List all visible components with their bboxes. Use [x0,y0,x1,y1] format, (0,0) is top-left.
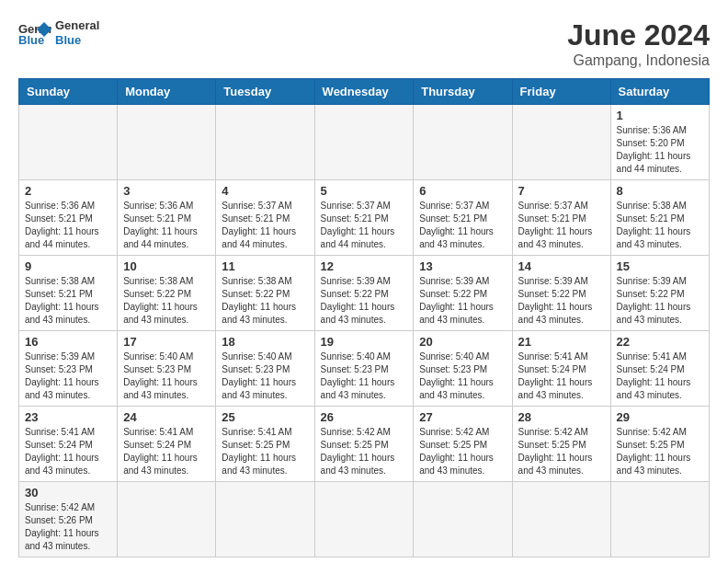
calendar-cell: 6Sunrise: 5:37 AMSunset: 5:21 PMDaylight… [414,180,512,256]
day-number: 26 [321,410,408,424]
calendar-cell: 21Sunrise: 5:41 AMSunset: 5:24 PMDayligh… [512,331,610,407]
day-number: 5 [321,184,408,198]
day-number: 14 [518,259,605,273]
day-info: Sunrise: 5:37 AMSunset: 5:21 PMDaylight:… [419,200,506,251]
week-row-2: 2Sunrise: 5:36 AMSunset: 5:21 PMDaylight… [19,180,710,256]
logo: General Blue General Blue [18,18,99,47]
day-number: 2 [25,184,111,198]
day-number: 19 [321,335,408,349]
calendar-cell [118,482,216,557]
calendar-cell: 18Sunrise: 5:40 AMSunset: 5:23 PMDayligh… [216,331,314,407]
day-number: 24 [123,410,210,424]
logo-blue-text: Blue [55,33,99,48]
weekday-header-thursday: Thursday [414,79,512,105]
calendar-cell: 27Sunrise: 5:42 AMSunset: 5:25 PMDayligh… [414,407,512,482]
day-number: 21 [518,335,605,349]
day-number: 25 [222,410,308,424]
weekday-header-monday: Monday [118,79,216,105]
calendar-cell: 3Sunrise: 5:36 AMSunset: 5:21 PMDaylight… [118,180,216,256]
calendar-cell [512,482,610,557]
calendar-cell [314,482,414,557]
calendar-cell: 10Sunrise: 5:38 AMSunset: 5:22 PMDayligh… [118,256,216,331]
day-info: Sunrise: 5:39 AMSunset: 5:23 PMDaylight:… [25,350,111,402]
day-number: 15 [617,259,703,273]
calendar-cell: 29Sunrise: 5:42 AMSunset: 5:25 PMDayligh… [610,407,709,482]
day-number: 28 [518,410,605,424]
day-info: Sunrise: 5:39 AMSunset: 5:22 PMDaylight:… [419,275,506,327]
day-info: Sunrise: 5:38 AMSunset: 5:22 PMDaylight:… [123,275,210,327]
day-number: 23 [25,410,111,424]
weekday-header-wednesday: Wednesday [314,79,414,105]
day-number: 10 [123,259,210,273]
day-number: 12 [321,259,408,273]
day-info: Sunrise: 5:40 AMSunset: 5:23 PMDaylight:… [123,350,210,402]
calendar-cell [19,105,118,180]
weekday-header-sunday: Sunday [19,79,118,105]
calendar-cell [512,105,610,180]
week-row-6: 30Sunrise: 5:42 AMSunset: 5:26 PMDayligh… [19,482,710,557]
day-number: 9 [25,259,111,273]
calendar-cell: 11Sunrise: 5:38 AMSunset: 5:22 PMDayligh… [216,256,314,331]
day-number: 1 [617,109,703,122]
calendar-cell [610,482,709,557]
day-info: Sunrise: 5:36 AMSunset: 5:21 PMDaylight:… [25,200,111,251]
calendar-cell: 17Sunrise: 5:40 AMSunset: 5:23 PMDayligh… [118,331,216,407]
day-info: Sunrise: 5:41 AMSunset: 5:24 PMDaylight:… [518,350,605,402]
day-info: Sunrise: 5:42 AMSunset: 5:26 PMDaylight:… [25,501,111,553]
day-info: Sunrise: 5:41 AMSunset: 5:24 PMDaylight:… [25,426,111,477]
day-number: 29 [617,410,703,424]
calendar-cell: 26Sunrise: 5:42 AMSunset: 5:25 PMDayligh… [314,407,414,482]
weekday-header-row: SundayMondayTuesdayWednesdayThursdayFrid… [19,79,710,105]
day-number: 8 [617,184,703,198]
day-number: 6 [419,184,506,198]
calendar-cell: 30Sunrise: 5:42 AMSunset: 5:26 PMDayligh… [19,482,118,557]
calendar-cell: 24Sunrise: 5:41 AMSunset: 5:24 PMDayligh… [118,407,216,482]
calendar-cell: 23Sunrise: 5:41 AMSunset: 5:24 PMDayligh… [19,407,118,482]
calendar-table: SundayMondayTuesdayWednesdayThursdayFrid… [18,78,710,557]
calendar-cell [216,105,314,180]
calendar-cell [118,105,216,180]
day-info: Sunrise: 5:41 AMSunset: 5:24 PMDaylight:… [123,426,210,477]
day-info: Sunrise: 5:42 AMSunset: 5:25 PMDaylight:… [518,426,605,477]
day-number: 20 [419,335,506,349]
day-number: 3 [123,184,210,198]
day-number: 7 [518,184,605,198]
day-number: 13 [419,259,506,273]
page-header: General Blue General Blue June 2024 Gamp… [18,18,710,69]
day-info: Sunrise: 5:39 AMSunset: 5:22 PMDaylight:… [617,275,703,327]
calendar-cell: 12Sunrise: 5:39 AMSunset: 5:22 PMDayligh… [314,256,414,331]
week-row-4: 16Sunrise: 5:39 AMSunset: 5:23 PMDayligh… [19,331,710,407]
day-info: Sunrise: 5:41 AMSunset: 5:24 PMDaylight:… [617,350,703,402]
day-info: Sunrise: 5:40 AMSunset: 5:23 PMDaylight:… [321,350,408,402]
day-info: Sunrise: 5:40 AMSunset: 5:23 PMDaylight:… [222,350,308,402]
calendar-cell: 9Sunrise: 5:38 AMSunset: 5:21 PMDaylight… [19,256,118,331]
calendar-cell [314,105,414,180]
calendar-cell [414,482,512,557]
day-number: 18 [222,335,308,349]
day-number: 4 [222,184,308,198]
svg-text:Blue: Blue [18,33,44,46]
day-number: 11 [222,259,308,273]
calendar-cell: 25Sunrise: 5:41 AMSunset: 5:25 PMDayligh… [216,407,314,482]
week-row-1: 1Sunrise: 5:36 AMSunset: 5:20 PMDaylight… [19,105,710,180]
day-info: Sunrise: 5:41 AMSunset: 5:25 PMDaylight:… [222,426,308,477]
day-number: 27 [419,410,506,424]
calendar-cell [414,105,512,180]
calendar-cell: 13Sunrise: 5:39 AMSunset: 5:22 PMDayligh… [414,256,512,331]
calendar-cell: 19Sunrise: 5:40 AMSunset: 5:23 PMDayligh… [314,331,414,407]
location-subtitle: Gampang, Indonesia [567,52,710,69]
day-info: Sunrise: 5:37 AMSunset: 5:21 PMDaylight:… [321,200,408,251]
week-row-5: 23Sunrise: 5:41 AMSunset: 5:24 PMDayligh… [19,407,710,482]
day-info: Sunrise: 5:36 AMSunset: 5:21 PMDaylight:… [123,200,210,251]
day-info: Sunrise: 5:36 AMSunset: 5:20 PMDaylight:… [617,124,703,176]
weekday-header-tuesday: Tuesday [216,79,314,105]
calendar-cell: 7Sunrise: 5:37 AMSunset: 5:21 PMDaylight… [512,180,610,256]
day-info: Sunrise: 5:38 AMSunset: 5:22 PMDaylight:… [222,275,308,327]
month-year-title: June 2024 [567,18,710,52]
calendar-cell: 4Sunrise: 5:37 AMSunset: 5:21 PMDaylight… [216,180,314,256]
day-info: Sunrise: 5:42 AMSunset: 5:25 PMDaylight:… [617,426,703,477]
calendar-cell: 1Sunrise: 5:36 AMSunset: 5:20 PMDaylight… [610,105,709,180]
day-info: Sunrise: 5:38 AMSunset: 5:21 PMDaylight:… [617,200,703,251]
weekday-header-saturday: Saturday [610,79,709,105]
calendar-cell [216,482,314,557]
